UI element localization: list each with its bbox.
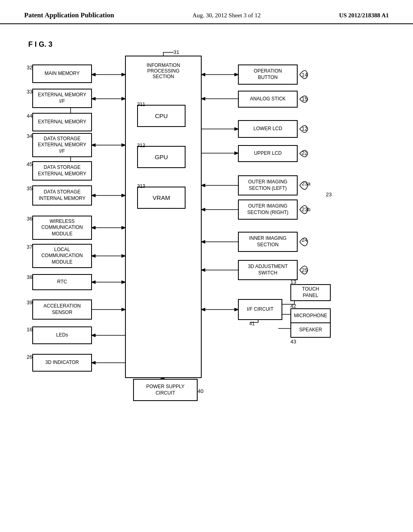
gpu-box: GPU xyxy=(137,146,186,168)
power-supply-box: POWER SUPPLY CIRCUIT xyxy=(133,379,198,401)
ref-40: 40 xyxy=(198,388,203,394)
bracket-22 xyxy=(298,145,310,162)
ref-311: 311 xyxy=(137,102,145,107)
fig-label: F I G. 3 xyxy=(28,40,52,49)
ref-35: 35 xyxy=(27,185,32,191)
diagram-area: F I G. 3 xyxy=(0,28,413,512)
if-circuit-box: I/F CIRCUIT xyxy=(238,299,282,320)
microphone-box: MICROPHONE xyxy=(290,308,331,324)
cpu-box: CPU xyxy=(137,105,186,127)
acceleration-box: ACCELERATION SENSOR xyxy=(32,299,92,320)
operation-button-box: OPERATION BUTTON xyxy=(238,64,298,85)
speaker-box: SPEAKER xyxy=(290,322,331,338)
main-memory-box: MAIN MEMORY xyxy=(32,64,92,83)
bracket-14 xyxy=(298,64,310,85)
wireless-comm-box: WIRELESS COMMUNICATION MODULE xyxy=(32,216,92,240)
bracket-23a xyxy=(298,175,310,195)
header-right: US 2012/218388 A1 xyxy=(339,12,389,19)
bracket-15 xyxy=(298,91,310,108)
ref-31: 31 xyxy=(173,49,179,55)
ref-32: 32 xyxy=(27,64,32,71)
data-storage-ext-box: DATA STORAGE EXTERNAL MEMORY xyxy=(32,161,92,181)
ref-45: 45 xyxy=(27,161,32,167)
inner-imaging-box: INNER IMAGING SECTION xyxy=(238,232,298,252)
ref-43: 43 xyxy=(290,339,296,345)
data-storage-int-box: DATA STORAGE INTERNAL MEMORY xyxy=(32,185,92,206)
ref-13: 13 xyxy=(290,279,296,285)
ref-16: 16 xyxy=(27,326,32,332)
leds-box: LEDs xyxy=(32,326,92,344)
ref-313: 313 xyxy=(137,183,145,189)
ref-41: 41 xyxy=(249,321,254,326)
analog-stick-box: ANALOG STICK xyxy=(238,91,298,108)
header-left: Patent Application Publication xyxy=(24,11,114,19)
local-comm-box: LOCAL COMMUNICATION MODULE xyxy=(32,244,92,268)
ref-38: 38 xyxy=(27,274,32,280)
ref-312: 312 xyxy=(137,143,145,148)
bracket-24 xyxy=(298,232,310,252)
indicator-3d-box: 3D INDICATOR xyxy=(32,354,92,372)
ext-memory-box: EXTERNAL MEMORY xyxy=(32,113,92,131)
upper-lcd-box: UPPER LCD xyxy=(238,145,298,162)
ref-42: 42 xyxy=(290,303,296,309)
adj-switch-box: 3D ADJUSTMENT SWITCH xyxy=(238,260,298,280)
bracket-23b xyxy=(298,200,310,220)
header-center: Aug. 30, 2012 Sheet 3 of 12 xyxy=(192,12,261,19)
info-processing-box xyxy=(125,56,202,378)
ref-23: 23 xyxy=(326,191,332,197)
touch-panel-box: TOUCH PANEL xyxy=(290,284,331,301)
bracket-25 xyxy=(298,260,310,280)
ref-39: 39 xyxy=(27,299,32,305)
page-header: Patent Application Publication Aug. 30, … xyxy=(0,0,413,24)
ref-44: 44 xyxy=(27,113,32,119)
data-storage-ext-if-box: DATA STORAGE EXTERNAL MEMORY I/F xyxy=(32,133,92,157)
outer-imaging-right-box: OUTER IMAGING SECTION (RIGHT) xyxy=(238,200,298,220)
outer-imaging-left-box: OUTER IMAGING SECTION (LEFT) xyxy=(238,175,298,195)
lower-lcd-box: LOWER LCD xyxy=(238,120,298,138)
rtc-box: RTC xyxy=(32,274,92,290)
ref-26: 26 xyxy=(27,354,32,360)
ext-memory-if-box: EXTERNAL MEMORY I/F xyxy=(32,89,92,108)
bracket-12 xyxy=(298,120,310,138)
ref-34: 34 xyxy=(27,133,32,139)
ref-37: 37 xyxy=(27,244,32,250)
ref-36: 36 xyxy=(27,216,32,222)
ref-33: 33 xyxy=(27,89,32,95)
vram-box: VRAM xyxy=(137,187,186,209)
